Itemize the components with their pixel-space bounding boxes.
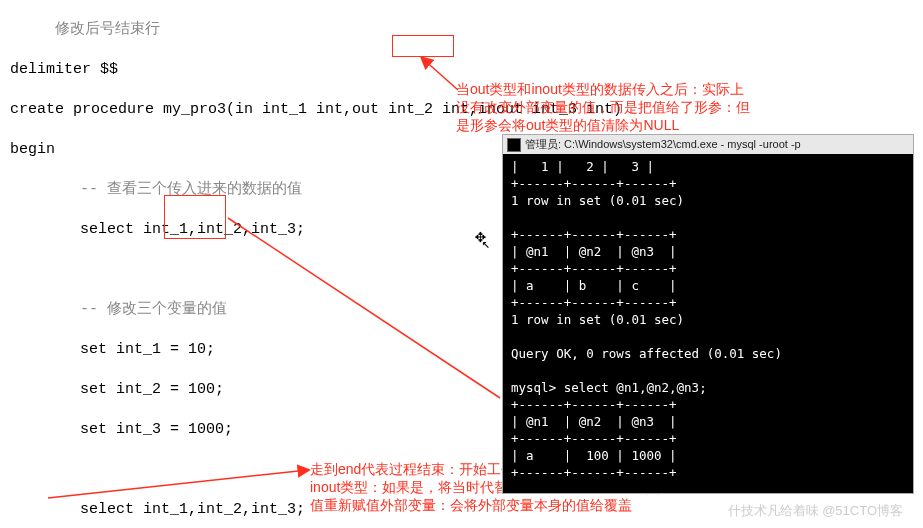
- watermark: 什技术凡给着味 @51CTO博客: [728, 502, 903, 520]
- terminal-output: | 1 | 2 | 3 | +------+------+------+ 1 r…: [503, 154, 913, 485]
- code-line: 修改后号结束行: [10, 20, 622, 40]
- terminal-title-bar: 管理员: C:\Windows\system32\cmd.exe - mysql…: [503, 135, 913, 154]
- terminal-title: 管理员: C:\Windows\system32\cmd.exe - mysql…: [525, 137, 801, 152]
- highlight-box: [164, 195, 226, 239]
- move-cursor-icon: ✥↖: [475, 225, 494, 247]
- code-line: delimiter $$: [10, 60, 622, 80]
- annotation-text: 当out类型和inout类型的数据传入之后：实际上 没有改变外部变量的值，而是把…: [456, 80, 750, 134]
- cmd-icon: [507, 138, 521, 152]
- highlight-box: [392, 35, 454, 57]
- terminal-window: 管理员: C:\Windows\system32\cmd.exe - mysql…: [502, 134, 914, 494]
